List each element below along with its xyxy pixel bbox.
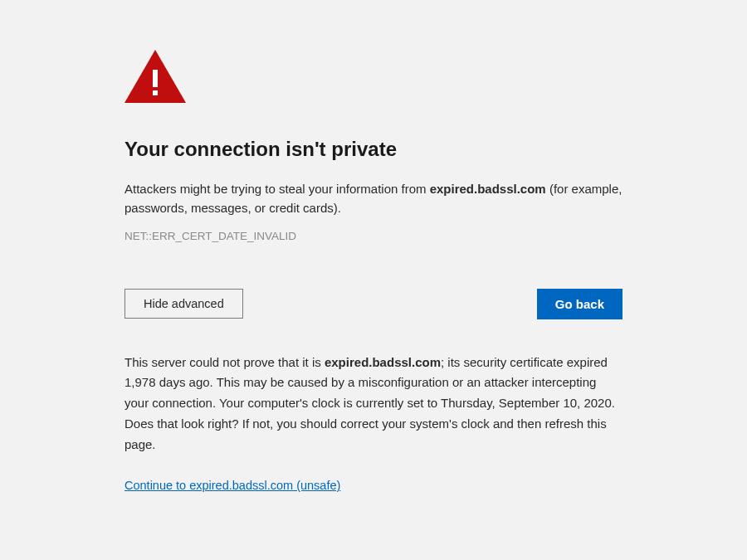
svg-rect-2 bbox=[153, 90, 158, 95]
description-pre: Attackers might be trying to steal your … bbox=[124, 182, 430, 196]
error-code: NET::ERR_CERT_DATE_INVALID bbox=[124, 230, 622, 242]
page-title: Your connection isn't private bbox=[124, 138, 622, 161]
details-pre: This server could not prove that it is bbox=[124, 355, 325, 369]
warning-icon bbox=[124, 50, 622, 106]
svg-rect-1 bbox=[153, 70, 158, 87]
warning-description: Attackers might be trying to steal your … bbox=[124, 179, 622, 218]
advanced-details: This server could not prove that it is e… bbox=[124, 353, 622, 455]
continue-unsafe-link[interactable]: Continue to expired.badssl.com (unsafe) bbox=[124, 479, 340, 492]
details-host: expired.badssl.com bbox=[325, 355, 441, 369]
security-error-page: Your connection isn't private Attackers … bbox=[0, 0, 747, 526]
go-back-button[interactable]: Go back bbox=[537, 289, 622, 319]
description-host: expired.badssl.com bbox=[430, 182, 546, 196]
toggle-advanced-button[interactable]: Hide advanced bbox=[124, 289, 243, 319]
button-row: Hide advanced Go back bbox=[124, 289, 622, 319]
